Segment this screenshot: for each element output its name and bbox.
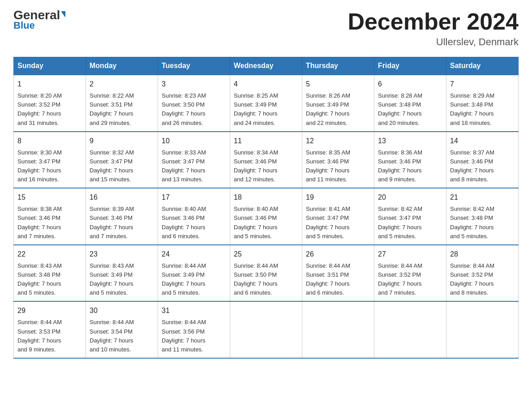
calendar-cell: 25Sunrise: 8:44 AMSunset: 3:50 PMDayligh… — [230, 245, 302, 302]
day-number: 27 — [378, 249, 442, 260]
day-number: 18 — [234, 192, 298, 203]
day-number: 8 — [17, 136, 82, 146]
calendar-cell: 21Sunrise: 8:42 AMSunset: 3:48 PMDayligh… — [446, 188, 519, 245]
day-number: 6 — [378, 79, 442, 90]
calendar-cell — [374, 301, 446, 358]
day-info: Sunrise: 8:28 AMSunset: 3:48 PMDaylight:… — [378, 91, 442, 128]
calendar-header-row: SundayMondayTuesdayWednesdayThursdayFrid… — [14, 57, 519, 75]
day-number: 3 — [162, 79, 226, 90]
day-info: Sunrise: 8:40 AMSunset: 3:46 PMDaylight:… — [234, 205, 298, 241]
calendar-cell: 9Sunrise: 8:32 AMSunset: 3:47 PMDaylight… — [86, 132, 158, 188]
day-info: Sunrise: 8:44 AMSunset: 3:49 PMDaylight:… — [162, 261, 226, 298]
calendar-cell: 5Sunrise: 8:26 AMSunset: 3:49 PMDaylight… — [302, 75, 374, 132]
day-number: 16 — [90, 192, 154, 203]
day-number: 21 — [450, 192, 515, 203]
day-info: Sunrise: 8:44 AMSunset: 3:51 PMDaylight:… — [306, 261, 370, 298]
calendar-cell: 7Sunrise: 8:29 AMSunset: 3:48 PMDaylight… — [446, 75, 519, 132]
calendar-cell: 1Sunrise: 8:20 AMSunset: 3:52 PMDaylight… — [14, 75, 86, 132]
day-info: Sunrise: 8:26 AMSunset: 3:49 PMDaylight:… — [306, 91, 370, 128]
calendar-week-row: 22Sunrise: 8:43 AMSunset: 3:48 PMDayligh… — [14, 245, 519, 302]
day-info: Sunrise: 8:40 AMSunset: 3:46 PMDaylight:… — [162, 205, 226, 241]
calendar-cell: 20Sunrise: 8:42 AMSunset: 3:47 PMDayligh… — [374, 188, 446, 245]
day-info: Sunrise: 8:42 AMSunset: 3:47 PMDaylight:… — [378, 205, 442, 241]
calendar-cell: 8Sunrise: 8:30 AMSunset: 3:47 PMDaylight… — [14, 132, 86, 188]
day-info: Sunrise: 8:35 AMSunset: 3:46 PMDaylight:… — [306, 148, 370, 184]
day-number: 22 — [17, 249, 82, 260]
day-info: Sunrise: 8:44 AMSunset: 3:56 PMDaylight:… — [162, 318, 226, 354]
calendar-cell: 12Sunrise: 8:35 AMSunset: 3:46 PMDayligh… — [302, 132, 374, 188]
day-number: 13 — [378, 136, 442, 146]
calendar-cell: 4Sunrise: 8:25 AMSunset: 3:49 PMDaylight… — [230, 75, 302, 132]
day-info: Sunrise: 8:22 AMSunset: 3:51 PMDaylight:… — [90, 91, 154, 128]
day-info: Sunrise: 8:44 AMSunset: 3:54 PMDaylight:… — [90, 318, 154, 354]
calendar-cell: 27Sunrise: 8:44 AMSunset: 3:52 PMDayligh… — [374, 245, 446, 302]
day-number: 25 — [234, 249, 298, 260]
calendar-week-row: 1Sunrise: 8:20 AMSunset: 3:52 PMDaylight… — [14, 75, 519, 132]
day-info: Sunrise: 8:37 AMSunset: 3:46 PMDaylight:… — [450, 148, 515, 184]
logo-triangle-icon — [61, 11, 65, 17]
day-number: 17 — [162, 192, 226, 203]
title-block: December 2024 Ullerslev, Denmark — [348, 9, 519, 48]
day-number: 31 — [162, 305, 226, 316]
day-number: 30 — [90, 305, 154, 316]
day-info: Sunrise: 8:44 AMSunset: 3:52 PMDaylight:… — [450, 261, 515, 298]
location: Ullerslev, Denmark — [348, 36, 519, 48]
weekday-header-saturday: Saturday — [446, 57, 519, 75]
weekday-header-wednesday: Wednesday — [230, 57, 302, 75]
calendar-cell: 11Sunrise: 8:34 AMSunset: 3:46 PMDayligh… — [230, 132, 302, 188]
day-info: Sunrise: 8:36 AMSunset: 3:46 PMDaylight:… — [378, 148, 442, 184]
day-number: 5 — [306, 79, 370, 90]
day-info: Sunrise: 8:44 AMSunset: 3:52 PMDaylight:… — [378, 261, 442, 298]
calendar-cell: 19Sunrise: 8:41 AMSunset: 3:47 PMDayligh… — [302, 188, 374, 245]
calendar-cell — [302, 301, 374, 358]
calendar-cell: 28Sunrise: 8:44 AMSunset: 3:52 PMDayligh… — [446, 245, 519, 302]
day-number: 26 — [306, 249, 370, 260]
day-number: 15 — [17, 192, 82, 203]
day-info: Sunrise: 8:38 AMSunset: 3:46 PMDaylight:… — [17, 205, 82, 241]
day-info: Sunrise: 8:30 AMSunset: 3:47 PMDaylight:… — [17, 148, 82, 184]
day-number: 19 — [306, 192, 370, 203]
calendar-cell — [446, 301, 519, 358]
calendar-week-row: 15Sunrise: 8:38 AMSunset: 3:46 PMDayligh… — [14, 188, 519, 245]
weekday-header-thursday: Thursday — [302, 57, 374, 75]
day-number: 10 — [162, 136, 226, 146]
day-info: Sunrise: 8:34 AMSunset: 3:46 PMDaylight:… — [234, 148, 298, 184]
calendar-cell: 24Sunrise: 8:44 AMSunset: 3:49 PMDayligh… — [158, 245, 230, 302]
day-info: Sunrise: 8:25 AMSunset: 3:49 PMDaylight:… — [234, 91, 298, 128]
logo: General Blue — [13, 9, 65, 31]
day-info: Sunrise: 8:42 AMSunset: 3:48 PMDaylight:… — [450, 205, 515, 241]
day-number: 23 — [90, 249, 154, 260]
weekday-header-friday: Friday — [374, 57, 446, 75]
calendar-cell: 18Sunrise: 8:40 AMSunset: 3:46 PMDayligh… — [230, 188, 302, 245]
calendar-cell: 29Sunrise: 8:44 AMSunset: 3:53 PMDayligh… — [14, 301, 86, 358]
day-info: Sunrise: 8:32 AMSunset: 3:47 PMDaylight:… — [90, 148, 154, 184]
calendar-cell: 6Sunrise: 8:28 AMSunset: 3:48 PMDaylight… — [374, 75, 446, 132]
page-header: General Blue December 2024 Ullerslev, De… — [13, 9, 519, 48]
weekday-header-monday: Monday — [86, 57, 158, 75]
calendar-cell: 31Sunrise: 8:44 AMSunset: 3:56 PMDayligh… — [158, 301, 230, 358]
day-number: 2 — [90, 79, 154, 90]
calendar-cell: 14Sunrise: 8:37 AMSunset: 3:46 PMDayligh… — [446, 132, 519, 188]
day-number: 1 — [17, 79, 82, 90]
day-info: Sunrise: 8:29 AMSunset: 3:48 PMDaylight:… — [450, 91, 515, 128]
day-number: 7 — [450, 79, 515, 90]
calendar-cell: 23Sunrise: 8:43 AMSunset: 3:49 PMDayligh… — [86, 245, 158, 302]
day-number: 24 — [162, 249, 226, 260]
day-info: Sunrise: 8:44 AMSunset: 3:50 PMDaylight:… — [234, 261, 298, 298]
day-number: 4 — [234, 79, 298, 90]
day-number: 11 — [234, 136, 298, 146]
calendar-cell: 13Sunrise: 8:36 AMSunset: 3:46 PMDayligh… — [374, 132, 446, 188]
logo-blue: Blue — [13, 20, 35, 31]
day-number: 14 — [450, 136, 515, 146]
calendar-cell: 16Sunrise: 8:39 AMSunset: 3:46 PMDayligh… — [86, 188, 158, 245]
day-number: 28 — [450, 249, 515, 260]
calendar-cell — [230, 301, 302, 358]
weekday-header-tuesday: Tuesday — [158, 57, 230, 75]
day-info: Sunrise: 8:43 AMSunset: 3:48 PMDaylight:… — [17, 261, 82, 298]
calendar-cell: 26Sunrise: 8:44 AMSunset: 3:51 PMDayligh… — [302, 245, 374, 302]
calendar-cell: 15Sunrise: 8:38 AMSunset: 3:46 PMDayligh… — [14, 188, 86, 245]
calendar-cell: 10Sunrise: 8:33 AMSunset: 3:47 PMDayligh… — [158, 132, 230, 188]
day-info: Sunrise: 8:39 AMSunset: 3:46 PMDaylight:… — [90, 205, 154, 241]
calendar-cell: 22Sunrise: 8:43 AMSunset: 3:48 PMDayligh… — [14, 245, 86, 302]
day-info: Sunrise: 8:44 AMSunset: 3:53 PMDaylight:… — [17, 318, 82, 354]
